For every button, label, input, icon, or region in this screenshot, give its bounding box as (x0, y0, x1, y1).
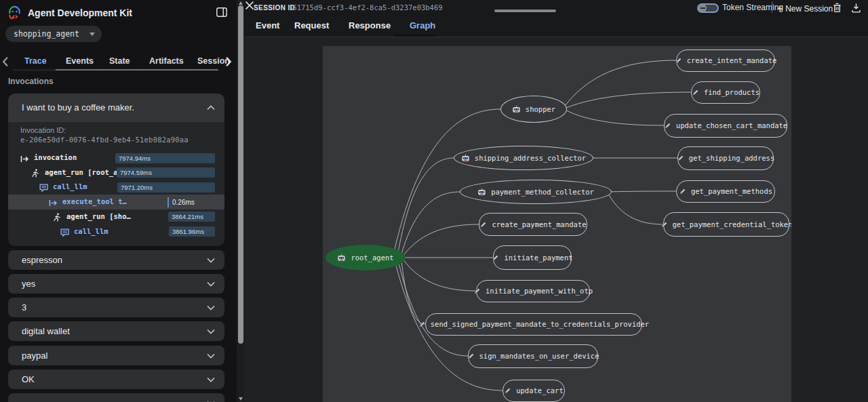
tab-trace[interactable]: Trace (24, 56, 47, 66)
collapse-panel-icon[interactable] (216, 6, 228, 18)
tabs-scroll-left-icon[interactable] (1, 56, 9, 67)
graph-node-initiate_payment[interactable]: initiate_payment (493, 245, 572, 270)
chevron-down-icon (207, 281, 215, 287)
invocation-prompt: … (22, 393, 31, 402)
robot-icon (337, 254, 346, 262)
session-id-value: b61715d9-ccf3-4ef2-8ca5-d3237e03b469 (288, 3, 443, 12)
graph-node-label: root_agent (351, 254, 393, 262)
invocation-card-expanded: I want to buy a coffee maker. Invocation… (8, 94, 224, 246)
tab-events[interactable]: Events (66, 56, 94, 66)
graph-edge-shopper-find_products (566, 92, 691, 108)
invocation-card-collapsed[interactable]: espresson (8, 250, 224, 270)
invocation-prompt: yes (22, 274, 35, 294)
invocation-prompt: 3 (22, 298, 26, 317)
trace-row-execute-tool-t[interactable]: execute_tool t…0.26ms (8, 195, 224, 209)
graph-node-shopper[interactable]: shopper (500, 96, 567, 123)
graph-node-shipping_address_collector[interactable]: shipping_address_collector (454, 146, 593, 170)
trace-row-agent-run-root-age[interactable]: agent_run [root_age…7974.59ms (8, 165, 224, 180)
tab-response[interactable]: Response (349, 20, 391, 31)
trace-row-label: call_llm (53, 182, 87, 190)
graph-node-root_agent[interactable]: root_agent (326, 245, 406, 270)
graph-edge-shopper-create_intent_mandate (565, 60, 676, 106)
graph-node-update_chosen_cart_mandate[interactable]: update_chosen_cart_mandate (664, 114, 787, 138)
arrow-icon (20, 153, 30, 163)
token-streaming-toggle[interactable] (697, 3, 719, 13)
chevron-down-icon (207, 258, 215, 263)
robot-icon (461, 154, 470, 162)
graph-node-label: create_payment_mandate (492, 220, 586, 228)
graph-node-label: create_intent_mandate (687, 56, 777, 64)
trace-row-call-llm[interactable]: call_llm7971.20ms (8, 180, 224, 195)
graph-edge-payment_method_collector-get_payment_methods (610, 191, 676, 192)
graph-node-get_payment_credential_token[interactable]: get_payment_credential_token (663, 212, 789, 237)
new-session-label: New Session (785, 4, 833, 14)
header-scrollbar-pill[interactable] (494, 9, 556, 12)
robot-icon (477, 188, 486, 196)
trace-tree: invocation7974.94msagent_run [root_age…7… (8, 94, 224, 246)
tool-pencil-icon (675, 57, 682, 64)
plus-icon: + (777, 3, 783, 14)
graph-node-send_signed_payment_mandate_to_credentials_provider[interactable]: send_signed_payment_mandate_to_credentia… (425, 313, 642, 336)
graph-node-label: find_products (704, 88, 760, 96)
invocation-card-collapsed[interactable]: digital wallet (8, 321, 224, 341)
graph-edge-root_agent-sign_mandates_on_user_device (399, 264, 468, 356)
duration-tick (167, 197, 169, 207)
graph-node-find_products[interactable]: find_products (691, 81, 760, 104)
agent-graph-panel[interactable]: root_agentshoppershipping_address_collec… (323, 46, 791, 402)
invocation-prompt: digital wallet (22, 321, 70, 341)
graph-node-label: initiate_payment (504, 254, 572, 262)
graph-node-get_shipping_address[interactable]: get_shipping_address (677, 146, 774, 170)
trace-row-invocation[interactable]: invocation7974.94ms (8, 150, 224, 165)
scroll-up-arrow-icon[interactable] (239, 1, 243, 5)
tool-pencil-icon (664, 122, 671, 129)
tool-pencil-icon (479, 221, 487, 228)
delete-session-icon[interactable] (831, 2, 843, 14)
tab-request[interactable]: Request (294, 20, 329, 31)
chevron-down-icon (207, 353, 215, 359)
invocation-card-collapsed[interactable]: paypal (8, 346, 224, 365)
sidebar: Agent Development Kit shopping_agent Tra… (0, 0, 237, 402)
trace-timeline-track: 7971.20ms (115, 182, 215, 193)
trace-timeline-track: 0.26ms (115, 197, 215, 207)
invocation-card-collapsed[interactable]: yes (8, 274, 224, 294)
tab-artifacts[interactable]: Artifacts (149, 56, 184, 66)
tool-pencil-icon (677, 155, 684, 162)
graph-node-get_payment_methods[interactable]: get_payment_methods (676, 180, 775, 203)
chevron-down-icon (207, 305, 215, 310)
download-session-icon[interactable] (850, 2, 862, 14)
tab-state[interactable]: State (109, 56, 130, 66)
agent-select[interactable]: shopping_agent (5, 26, 102, 42)
scroll-down-arrow-icon[interactable] (239, 397, 243, 401)
scrollbar-thumb[interactable] (238, 5, 243, 344)
chevron-down-icon (207, 329, 215, 334)
graph-node-label: get_payment_methods (691, 187, 772, 195)
invocation-card-collapsed[interactable]: OK (8, 369, 224, 389)
trace-row-call-llm[interactable]: call_llm3861.96ms (8, 224, 224, 239)
invocation-prompt: paypal (22, 346, 47, 365)
graph-node-sign_mandates_on_user_device[interactable]: sign_mandates_on_user_device (468, 344, 598, 368)
new-session-button[interactable]: +New Session (777, 3, 833, 14)
graph-node-label: send_signed_payment_mandate_to_credentia… (431, 320, 649, 328)
tab-graph[interactable]: Graph (410, 20, 435, 31)
graph-node-create_intent_mandate[interactable]: create_intent_mandate (676, 49, 775, 72)
toggle-thumb (698, 4, 707, 12)
graph-node-create_payment_mandate[interactable]: create_payment_mandate (479, 213, 587, 236)
invocation-card-collapsed[interactable]: 3 (8, 298, 224, 317)
adk-robot-logo-icon (7, 5, 22, 20)
sidebar-tab-strip: Trace Events State Artifacts Session (0, 54, 237, 71)
chevron-down-icon (207, 377, 215, 382)
tab-event[interactable]: Event (256, 20, 279, 31)
trace-row-agent-run-sho[interactable]: agent_run [sho…3864.21ms (8, 209, 224, 224)
arrow-icon (49, 197, 58, 207)
graph-node-update_cart[interactable]: update_cart (502, 380, 565, 402)
agent-select-value: shopping_agent (14, 29, 90, 39)
graph-node-label: get_shipping_address (689, 154, 774, 162)
invocation-card-collapsed[interactable]: … (8, 393, 224, 402)
sidebar-scrollbar[interactable] (237, 0, 244, 402)
tabs-scroll-right-icon[interactable] (224, 56, 233, 67)
graph-node-payment_method_collector[interactable]: payment_method_collector (460, 180, 612, 204)
trace-row-label: invocation (34, 153, 77, 161)
graph-edge-root_agent-payment_method_collector (401, 192, 460, 253)
graph-node-initiate_payment_with_otp[interactable]: initiate_payment_with_otp (476, 280, 590, 302)
invocation-prompt: espresson (22, 250, 62, 270)
